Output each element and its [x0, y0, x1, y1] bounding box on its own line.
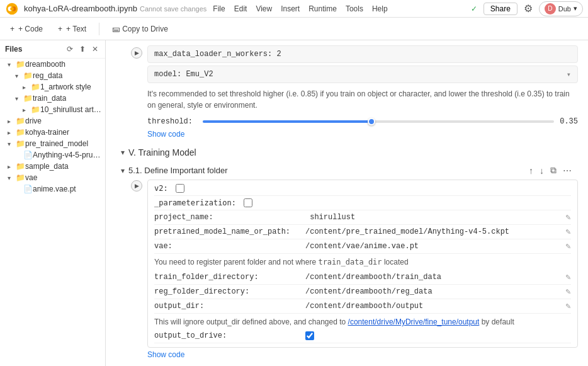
train-folder-input[interactable]	[305, 273, 563, 282]
run-cell-button[interactable]: ▶	[131, 47, 142, 59]
upload-files-button[interactable]: ⬆	[77, 44, 88, 54]
section-v-header: ▾ V. Training Model	[116, 142, 578, 160]
threshold-track[interactable]	[203, 120, 554, 123]
chevron-icon: ▸	[8, 163, 15, 170]
pretrained-label: pretrained_model_name_or_path:	[154, 227, 305, 236]
tree-label: pre_trained_model	[25, 139, 88, 148]
project-name-row: project_name: ✎	[154, 210, 571, 225]
sidebar-item-artwork-style[interactable]: ▸ 📁 1_artwork style	[0, 81, 105, 93]
sidebar-item-train-data[interactable]: ▾ 📁 train_data	[0, 93, 105, 104]
param-checkbox[interactable]	[244, 198, 252, 207]
cell-51: ▶ v2: _parameterization:	[116, 178, 578, 363]
sidebar-item-anything-ckpt[interactable]: ▸ 📄 Anything-v4-5-pruned.ckpt	[0, 149, 105, 161]
edit-icon: ✎	[565, 288, 571, 296]
sidebar-item-reg-data[interactable]: ▾ 📁 reg_data	[0, 70, 105, 81]
section-51-actions: ↑ ↓ ⧉ ⋯	[528, 164, 573, 177]
tree-label: reg_data	[33, 71, 62, 80]
folder-icon: 📁	[15, 117, 25, 125]
section-51-toggle[interactable]: ▾	[121, 166, 125, 175]
copy-drive-label: Copy to Drive	[122, 25, 168, 33]
drive-icon: 🖴	[112, 25, 120, 33]
project-name-input[interactable]	[305, 213, 563, 222]
edit-icon: ✎	[565, 243, 571, 251]
file-icon: 📄	[23, 151, 33, 159]
menu-help[interactable]: Help	[372, 4, 388, 13]
notice-text2: located	[384, 258, 409, 266]
output-dir-input[interactable]	[305, 302, 563, 311]
v2-label: v2:	[154, 184, 168, 193]
menu-items: File Edit View Insert Runtime Tools Help	[213, 4, 387, 13]
parameterization-row: _parameterization:	[154, 196, 571, 210]
sidebar-item-sample-data[interactable]: ▸ 📁 sample_data	[0, 161, 105, 172]
more-options-button[interactable]: ⋯	[562, 164, 573, 177]
output-to-drive-checkbox[interactable]	[305, 331, 314, 340]
tree-label: train_data	[33, 94, 66, 103]
sidebar-item-pre-trained[interactable]: ▾ 📁 pre_trained_model	[0, 138, 105, 149]
vae-input[interactable]	[305, 242, 563, 251]
train-folder-row: train_folder_directory: ✎	[154, 270, 571, 285]
sidebar-item-drive[interactable]: ▸ 📁 drive	[0, 115, 105, 127]
menu-insert[interactable]: Insert	[281, 4, 300, 13]
threshold-value: 0.35	[559, 117, 578, 126]
tree-label: drive	[25, 117, 42, 125]
edit-icon: ✎	[565, 228, 571, 236]
menu-runtime[interactable]: Runtime	[308, 4, 337, 13]
run-51-button[interactable]: ▶	[131, 180, 142, 192]
sidebar-item-dreambooth[interactable]: ▾ 📁 dreambooth	[0, 59, 105, 70]
refresh-files-button[interactable]: ⟳	[65, 44, 75, 54]
user-label: Dub	[558, 5, 571, 13]
file-icon: 📄	[23, 185, 33, 193]
drive-path-link[interactable]: /content/drive/MyDrive/fine_tune/output	[348, 317, 480, 326]
section-51-title: 5.1. Define Important folder	[128, 166, 228, 175]
show-code-link-1[interactable]: Show code	[147, 129, 184, 142]
move-down-button[interactable]: ↓	[538, 164, 545, 177]
sidebar-header: Files ⟳ ⬆ ✕	[0, 40, 105, 59]
move-up-button[interactable]: ↑	[528, 164, 534, 177]
folder-icon: 📁	[15, 162, 25, 171]
chevron-icon: ▾	[15, 72, 23, 79]
chevron-down-icon: ▾	[574, 4, 577, 13]
pretrained-input[interactable]	[305, 227, 563, 236]
toolbar-separator	[99, 23, 99, 35]
check-icon: ✓	[471, 4, 477, 13]
user-badge[interactable]: D Dub ▾	[539, 1, 583, 16]
project-name-label: project_name:	[154, 213, 305, 222]
menu-tools[interactable]: Tools	[346, 4, 363, 13]
main-layout: Files ⟳ ⬆ ✕ ▾ 📁 dreambooth ▾ 📁 reg_data …	[0, 40, 588, 366]
share-button[interactable]: Share	[483, 3, 517, 15]
tree-label: dreambooth	[25, 60, 65, 69]
sidebar: Files ⟳ ⬆ ✕ ▾ 📁 dreambooth ▾ 📁 reg_data …	[0, 40, 106, 366]
reg-folder-input[interactable]	[305, 287, 563, 296]
folder-icon: 📁	[15, 139, 25, 148]
copy-cell-button[interactable]: ⧉	[549, 164, 558, 177]
add-code-button[interactable]: + + Code	[5, 23, 48, 35]
show-code-link-2[interactable]: Show code	[147, 349, 184, 363]
code-block-model: model: Emu_V2 ▾	[147, 66, 578, 83]
sidebar-item-shirullust[interactable]: ▸ 📁 10_shirullust artwork style	[0, 104, 105, 115]
tree-label: vae	[25, 173, 37, 182]
menu-view[interactable]: View	[256, 4, 272, 13]
copy-to-drive-button[interactable]: 🖴 Copy to Drive	[107, 23, 173, 35]
threshold-slider-row: threshold: 0.35	[147, 115, 578, 129]
folder-icon: 📁	[30, 83, 40, 91]
section-v-toggle[interactable]: ▾	[121, 148, 125, 157]
menu-edit[interactable]: Edit	[234, 4, 247, 13]
sidebar-item-vae[interactable]: ▾ 📁 vae	[0, 172, 105, 183]
reg-folder-label: reg_folder_directory:	[154, 287, 305, 296]
section-51-header: ▾ 5.1. Define Important folder ↑ ↓ ⧉ ⋯	[116, 160, 578, 178]
model-dropdown-icon[interactable]: ▾	[567, 70, 571, 79]
close-sidebar-button[interactable]: ✕	[90, 44, 100, 54]
v2-checkbox[interactable]	[176, 184, 184, 193]
output-dir-label: output_dir:	[154, 302, 305, 311]
add-text-button[interactable]: + + Text	[53, 23, 91, 35]
cell-gutter: ▶	[116, 45, 147, 59]
sidebar-item-anime-vae[interactable]: ▸ 📄 anime.vae.pt	[0, 183, 105, 195]
menu-bar-left: kohya-LoRA-dreambooth.ipynb Cannot save …	[5, 2, 206, 16]
content-area: ▶ max_data_loader_n_workers: 2 model: Em…	[106, 40, 588, 366]
settings-icon[interactable]: ⚙	[524, 3, 533, 14]
menu-file[interactable]: File	[213, 4, 225, 13]
threshold-thumb[interactable]	[368, 118, 375, 125]
section-v-title: V. Training Model	[128, 147, 196, 157]
edit-icon: ✎	[565, 273, 571, 282]
sidebar-item-kohya[interactable]: ▸ 📁 kohya-trainer	[0, 127, 105, 138]
